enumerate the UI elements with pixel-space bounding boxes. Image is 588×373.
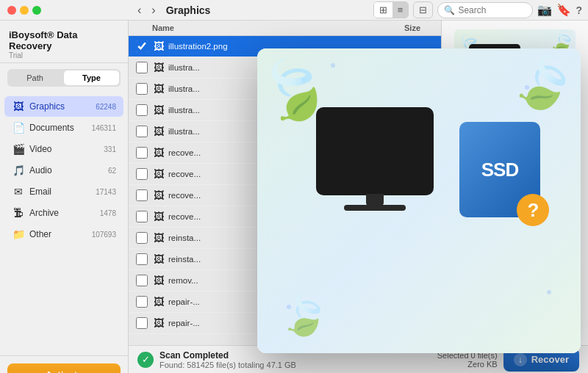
recover-icon: ↓: [514, 353, 527, 366]
sidebar-item-count: 107693: [92, 231, 116, 239]
sidebar-footer: Activate: [0, 355, 128, 373]
col-name-header: Name: [152, 23, 404, 32]
grid-view-button[interactable]: ⊞: [374, 2, 392, 18]
file-type-icon: 🖼: [152, 253, 165, 266]
graphics-icon: 🖼: [12, 100, 25, 113]
sidebar: iBoysoft® Data Recovery Trial Path Type …: [0, 21, 129, 373]
audio-icon: 🎵: [12, 164, 25, 177]
file-checkbox[interactable]: [136, 104, 148, 116]
file-checkbox[interactable]: [136, 126, 148, 137]
file-type-icon: 🖼: [152, 316, 165, 330]
big-ssd-question-icon: ?: [517, 194, 549, 226]
filter-button[interactable]: ⊟: [413, 1, 433, 18]
search-icon: 🔍: [444, 5, 455, 15]
maximize-window-button[interactable]: [32, 6, 41, 15]
file-type-icon: 🖼: [152, 295, 165, 308]
back-button[interactable]: ‹: [135, 2, 144, 18]
big-ssd-icon: SSD ?: [459, 122, 540, 217]
sidebar-item-label: Graphics: [29, 101, 93, 112]
file-type-icon: 🖼: [152, 189, 165, 202]
sidebar-item-other[interactable]: 📁 Other 107693: [4, 224, 123, 245]
sidebar-item-count: 62: [108, 167, 116, 175]
path-type-tabs: Path Type: [7, 69, 121, 87]
sidebar-item-label: Audio: [29, 165, 105, 175]
file-type-icon: 🖼: [152, 104, 165, 117]
file-checkbox[interactable]: [136, 317, 148, 329]
close-window-button[interactable]: [7, 6, 16, 15]
video-icon: 🎬: [12, 142, 25, 156]
file-checkbox[interactable]: [136, 189, 148, 201]
sidebar-item-email[interactable]: ✉ Email 17143: [4, 181, 123, 202]
file-type-icon: 🖼: [152, 274, 165, 287]
file-checkbox[interactable]: [136, 40, 148, 52]
sidebar-item-label: Email: [29, 186, 93, 197]
file-type-icon: 🖼: [152, 125, 165, 138]
sidebar-item-label: Other: [29, 229, 89, 239]
sidebar-item-audio[interactable]: 🎵 Audio 62: [4, 160, 123, 181]
sidebar-item-count: 146311: [92, 124, 116, 132]
minimize-window-button[interactable]: [20, 6, 29, 15]
file-checkbox[interactable]: [136, 168, 148, 180]
list-view-button[interactable]: ≡: [392, 2, 409, 18]
search-input[interactable]: [458, 5, 531, 15]
sidebar-nav: 🖼 Graphics 62248 📄 Documents 146311 🎬 Vi…: [0, 93, 128, 355]
toolbar-section-title: Graphics: [166, 4, 211, 16]
scan-found-text: Found: 581425 file(s) totaling 47.1 GB: [159, 361, 296, 369]
scan-complete-icon: ✓: [137, 352, 154, 368]
file-type-icon: 🖼: [152, 167, 165, 181]
preview-popup: 🍃 🍃 🍃 SSD ?: [257, 48, 581, 353]
sidebar-item-label: Archive: [29, 208, 97, 218]
file-type-icon: 🖼: [152, 82, 165, 95]
sidebar-item-count: 62248: [96, 103, 116, 111]
sidebar-item-video[interactable]: 🎬 Video 331: [4, 139, 123, 159]
file-type-icon: 🖼: [152, 40, 165, 53]
popup-image-area: 🍃 🍃 🍃 SSD ?: [257, 48, 581, 353]
dot-decoration: [331, 63, 335, 68]
big-leaf-2: 🍃: [505, 48, 581, 121]
recover-label: Recover: [531, 354, 569, 365]
activate-button[interactable]: Activate: [7, 363, 121, 373]
app-title: iBoysoft® Data Recovery: [9, 29, 119, 51]
big-mac-monitor: [316, 107, 434, 195]
documents-icon: 📄: [12, 121, 25, 134]
file-checkbox[interactable]: [136, 211, 148, 222]
camera-button[interactable]: 📷: [537, 3, 552, 17]
file-checkbox[interactable]: [136, 232, 148, 244]
sidebar-item-label: Documents: [29, 123, 89, 133]
big-leaf-3: 🍃: [277, 289, 331, 341]
file-checkbox[interactable]: [136, 296, 148, 308]
sidebar-item-archive[interactable]: 🗜 Archive 1478: [4, 203, 123, 223]
selected-size: Zero KB: [437, 360, 498, 369]
file-type-icon: 🖼: [152, 61, 165, 74]
file-type-icon: 🖼: [152, 231, 165, 245]
sidebar-item-documents[interactable]: 📄 Documents 146311: [4, 117, 123, 138]
file-checkbox[interactable]: [136, 83, 148, 95]
sidebar-header: iBoysoft® Data Recovery Trial: [0, 21, 128, 63]
type-tab[interactable]: Type: [64, 70, 119, 85]
forward-button[interactable]: ›: [148, 2, 158, 18]
file-checkbox[interactable]: [136, 275, 148, 286]
other-icon: 📁: [12, 228, 25, 241]
path-tab[interactable]: Path: [7, 69, 62, 87]
file-type-icon: 🖼: [152, 146, 165, 159]
big-mac-base: [344, 205, 406, 211]
file-checkbox[interactable]: [136, 253, 148, 265]
selected-info: Selected 0 file(s) Zero KB: [437, 351, 498, 369]
file-checkbox[interactable]: [136, 62, 148, 73]
sidebar-item-count: 17143: [96, 188, 116, 196]
file-checkbox[interactable]: [136, 147, 148, 159]
search-box: 🔍: [437, 2, 533, 18]
archive-icon: 🗜: [12, 206, 25, 220]
sidebar-item-graphics[interactable]: 🖼 Graphics 62248: [4, 96, 123, 117]
sidebar-item-label: Video: [29, 144, 101, 154]
sidebar-item-count: 331: [104, 145, 116, 153]
sidebar-item-count: 1478: [100, 209, 116, 217]
file-type-icon: 🖼: [152, 210, 165, 223]
bookmark-button[interactable]: 🔖: [556, 3, 571, 17]
email-icon: ✉: [12, 185, 25, 198]
dot-decoration: [547, 290, 551, 294]
app-subtitle: Trial: [9, 51, 119, 59]
help-button[interactable]: ?: [576, 4, 582, 16]
view-toggle: ⊞ ≡: [373, 1, 409, 18]
